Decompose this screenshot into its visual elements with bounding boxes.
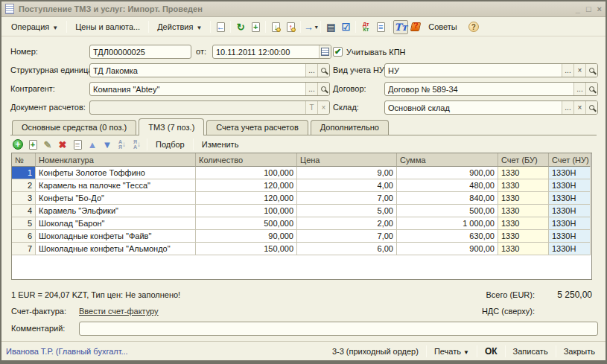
table-cell[interactable]: 1 000,00 bbox=[397, 217, 498, 230]
table-cell[interactable]: Конфеты "Бо-До" bbox=[36, 192, 196, 205]
table-cell[interactable]: 1330Н bbox=[549, 243, 591, 255]
table-cell[interactable]: 1330 bbox=[498, 230, 549, 243]
table-cell[interactable]: 1 bbox=[12, 167, 36, 179]
table-cell[interactable]: 3 bbox=[12, 192, 36, 205]
table-cell[interactable]: 1330Н bbox=[549, 230, 591, 243]
tab-fixed-assets[interactable]: Основные средства (0 поз.) bbox=[12, 120, 136, 135]
table-cell[interactable]: 1330 bbox=[498, 167, 549, 179]
tips-label[interactable]: Советы bbox=[426, 19, 463, 34]
warehouse-input[interactable] bbox=[385, 101, 562, 114]
table-cell[interactable]: 4 bbox=[12, 205, 36, 217]
sort-asc-icon[interactable]: АЯ↓ bbox=[115, 138, 130, 152]
table-cell[interactable]: 5,00 bbox=[297, 205, 397, 217]
table-cell[interactable]: 6,00 bbox=[297, 243, 397, 255]
close-button[interactable]: Закрыть bbox=[558, 345, 601, 358]
table-cell[interactable]: 900,00 bbox=[397, 167, 498, 179]
tab-additional[interactable]: Дополнительно bbox=[311, 120, 389, 135]
items-table[interactable]: №НоменклатураКоличествоЦенаСуммаСчет (БУ… bbox=[11, 153, 592, 280]
table-cell[interactable]: Карамель на палочке "Тесса" bbox=[36, 179, 196, 192]
table-cell[interactable]: Шоколадные конфеты "Альмондо" bbox=[36, 243, 196, 255]
operation-menu-button[interactable]: Операция▼ bbox=[5, 19, 64, 34]
table-cell[interactable]: 500,000 bbox=[196, 217, 297, 230]
unpost-document-icon[interactable]: ↑ bbox=[283, 20, 298, 34]
table-cell[interactable]: 100,000 bbox=[196, 205, 297, 217]
minimize-icon[interactable]: _ bbox=[576, 4, 580, 13]
search-button[interactable] bbox=[585, 101, 597, 114]
copy-row-icon[interactable]: + bbox=[25, 138, 40, 152]
table-row[interactable]: 3Конфеты "Бо-До"120,0007,00840,001330133… bbox=[12, 192, 591, 205]
text-button[interactable]: T bbox=[305, 101, 317, 114]
comment-input[interactable] bbox=[80, 322, 597, 335]
list-rows-icon[interactable]: ▤ bbox=[323, 20, 338, 34]
settlement-document-input[interactable] bbox=[90, 101, 305, 114]
table-cell[interactable]: 5 bbox=[12, 217, 36, 230]
clear-button[interactable]: × bbox=[317, 101, 329, 114]
search-button[interactable] bbox=[317, 83, 329, 95]
prices-currency-button[interactable]: Цены и валюта... bbox=[69, 19, 146, 34]
table-cell[interactable]: 2,00 bbox=[297, 217, 397, 230]
table-cell[interactable]: 7 bbox=[12, 243, 36, 255]
tab-tmz[interactable]: ТМЗ (7 поз.) bbox=[139, 118, 204, 135]
table-cell[interactable]: 900,00 bbox=[397, 243, 498, 255]
table-cell[interactable]: 630,00 bbox=[397, 230, 498, 243]
tips-icon[interactable]: ? bbox=[408, 20, 423, 34]
structural-unit-input[interactable] bbox=[90, 64, 305, 77]
kpn-checkbox[interactable]: ✔ Учитывать КПН bbox=[333, 45, 406, 59]
search-button[interactable] bbox=[585, 83, 597, 95]
select-button[interactable]: ... bbox=[562, 64, 573, 77]
table-cell[interactable]: 840,00 bbox=[397, 192, 498, 205]
table-cell[interactable]: 1330Н bbox=[549, 179, 591, 192]
search-button[interactable] bbox=[585, 64, 597, 77]
table-cell[interactable]: 1330 bbox=[498, 179, 549, 192]
print-button[interactable]: Печать ▼ bbox=[428, 345, 475, 358]
search-button[interactable] bbox=[317, 64, 329, 77]
clear-button[interactable]: × bbox=[573, 64, 585, 77]
table-cell[interactable]: Шоколад "Барон" bbox=[36, 217, 196, 230]
table-row[interactable]: 2Карамель на палочке "Тесса"120,0004,004… bbox=[12, 179, 591, 192]
select-button[interactable]: ... bbox=[305, 83, 317, 95]
delete-row-icon[interactable]: ✖ bbox=[55, 138, 70, 152]
table-cell[interactable]: 120,000 bbox=[196, 179, 297, 192]
close-icon[interactable]: × bbox=[597, 4, 602, 13]
add-row-icon[interactable]: + bbox=[10, 138, 25, 152]
column-header[interactable]: № bbox=[12, 153, 36, 167]
column-header[interactable]: Счет (НУ) bbox=[549, 153, 591, 167]
actions-menu-button[interactable]: Действия▼ bbox=[151, 19, 208, 34]
table-cell[interactable]: 9,00 bbox=[297, 167, 397, 179]
pick-button[interactable]: Подбор bbox=[150, 138, 191, 150]
counterparty-input[interactable] bbox=[90, 83, 305, 95]
change-button[interactable]: Изменить bbox=[196, 138, 245, 150]
tab-settlement-accounts[interactable]: Счета учета расчетов bbox=[206, 120, 308, 135]
calendar-button[interactable] bbox=[319, 45, 331, 58]
post-document-icon[interactable]: ↓ bbox=[268, 20, 283, 34]
contract-input[interactable] bbox=[385, 83, 573, 95]
write-button[interactable]: Записать bbox=[507, 345, 554, 358]
table-cell[interactable]: 7,00 bbox=[297, 192, 397, 205]
column-header[interactable]: Сумма bbox=[397, 153, 498, 167]
table-cell[interactable]: 1330Н bbox=[549, 217, 591, 230]
help-icon[interactable]: ? bbox=[466, 20, 481, 34]
table-cell[interactable]: 1330 bbox=[498, 192, 549, 205]
table-row[interactable]: 4Карамель "Эльфики"100,0005,00500,001330… bbox=[12, 205, 591, 217]
table-cell[interactable]: 4,00 bbox=[297, 179, 397, 192]
refresh-icon[interactable]: ↻ bbox=[233, 20, 248, 34]
table-cell[interactable]: 150,000 bbox=[196, 243, 297, 255]
column-header[interactable]: Количество bbox=[196, 153, 297, 167]
goto-icon[interactable]: →▾ bbox=[303, 20, 318, 34]
copy-document-icon[interactable]: + bbox=[248, 20, 263, 34]
maximize-icon[interactable]: □ bbox=[586, 4, 591, 13]
select-button[interactable]: ... bbox=[305, 64, 317, 77]
select-button[interactable]: ... bbox=[573, 83, 585, 95]
enter-invoice-link[interactable]: Ввести счет-фактуру bbox=[79, 307, 159, 316]
table-cell[interactable]: 1330Н bbox=[549, 167, 591, 179]
table-cell[interactable]: 7,00 bbox=[297, 230, 397, 243]
edit-row-icon[interactable]: ✎ bbox=[40, 138, 55, 152]
number-input[interactable] bbox=[90, 45, 191, 58]
table-cell[interactable]: 2 bbox=[12, 179, 36, 192]
clear-button[interactable]: × bbox=[573, 101, 585, 114]
report-icon[interactable]: ≡ bbox=[373, 20, 388, 34]
table-cell[interactable]: 500,00 bbox=[397, 205, 498, 217]
table-cell[interactable]: 100,000 bbox=[196, 167, 297, 179]
table-cell[interactable]: 1330Н bbox=[549, 192, 591, 205]
reread-document-icon[interactable]: ← bbox=[213, 20, 228, 34]
